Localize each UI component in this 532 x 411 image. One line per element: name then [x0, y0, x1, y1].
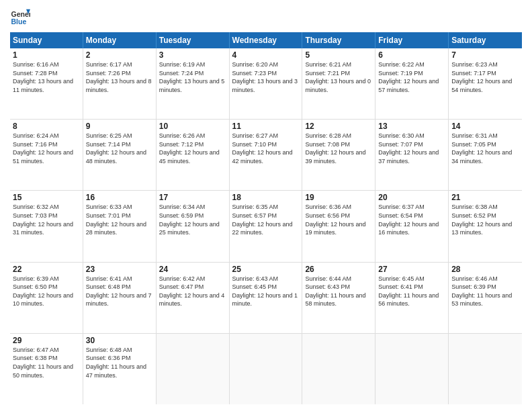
day-header-tuesday: Tuesday [157, 32, 230, 48]
day-cell-23: 23Sunrise: 6:41 AMSunset: 6:48 PMDayligh… [83, 263, 157, 333]
svg-text:Blue: Blue [11, 17, 27, 26]
day-number: 12 [305, 122, 372, 131]
day-cell-28: 28Sunrise: 6:46 AMSunset: 6:39 PMDayligh… [449, 263, 522, 333]
cell-info: Sunrise: 6:20 AMSunset: 7:23 PMDaylight:… [232, 61, 298, 93]
day-number: 22 [13, 265, 80, 274]
day-cell-9: 9Sunrise: 6:25 AMSunset: 7:14 PMDaylight… [83, 120, 157, 190]
cell-info: Sunrise: 6:41 AMSunset: 6:48 PMDaylight:… [86, 275, 152, 308]
calendar-row-2: 15Sunrise: 6:32 AMSunset: 7:03 PMDayligh… [10, 191, 522, 262]
cell-info: Sunrise: 6:43 AMSunset: 6:45 PMDaylight:… [232, 275, 298, 308]
day-number: 29 [13, 336, 80, 345]
cell-info: Sunrise: 6:24 AMSunset: 7:16 PMDaylight:… [13, 132, 73, 165]
day-cell-4: 4Sunrise: 6:20 AMSunset: 7:23 PMDaylight… [230, 48, 303, 119]
day-number: 20 [378, 193, 445, 202]
header: General Blue [10, 7, 522, 27]
day-number: 10 [159, 122, 226, 131]
day-number: 13 [378, 122, 445, 131]
day-cell-18: 18Sunrise: 6:35 AMSunset: 6:57 PMDayligh… [230, 191, 303, 261]
day-number: 16 [86, 193, 153, 202]
day-cell-5: 5Sunrise: 6:21 AMSunset: 7:21 PMDaylight… [302, 48, 375, 119]
cell-info: Sunrise: 6:22 AMSunset: 7:19 PMDaylight:… [378, 61, 439, 93]
day-number: 25 [232, 265, 300, 274]
logo: General Blue [10, 7, 30, 27]
cell-info: Sunrise: 6:42 AMSunset: 6:47 PMDaylight:… [159, 275, 225, 308]
day-cell-17: 17Sunrise: 6:34 AMSunset: 6:59 PMDayligh… [157, 191, 230, 261]
day-cell-15: 15Sunrise: 6:32 AMSunset: 7:03 PMDayligh… [10, 191, 83, 261]
cell-info: Sunrise: 6:46 AMSunset: 6:39 PMDaylight:… [451, 275, 512, 308]
cell-info: Sunrise: 6:21 AMSunset: 7:21 PMDaylight:… [305, 61, 371, 93]
day-cell-1: 1Sunrise: 6:16 AMSunset: 7:28 PMDaylight… [10, 48, 83, 119]
calendar-row-4: 29Sunrise: 6:47 AMSunset: 6:38 PMDayligh… [10, 334, 522, 404]
day-number: 27 [378, 265, 445, 274]
day-cell-26: 26Sunrise: 6:44 AMSunset: 6:43 PMDayligh… [302, 263, 375, 333]
day-cell-13: 13Sunrise: 6:30 AMSunset: 7:07 PMDayligh… [375, 120, 449, 190]
cell-info: Sunrise: 6:33 AMSunset: 7:01 PMDaylight:… [86, 203, 146, 236]
day-number: 15 [13, 193, 80, 202]
day-number: 21 [451, 193, 519, 202]
cell-info: Sunrise: 6:37 AMSunset: 6:54 PMDaylight:… [378, 203, 439, 236]
cell-info: Sunrise: 6:28 AMSunset: 7:08 PMDaylight:… [305, 132, 365, 165]
day-cell-25: 25Sunrise: 6:43 AMSunset: 6:45 PMDayligh… [230, 263, 303, 333]
calendar-row-3: 22Sunrise: 6:39 AMSunset: 6:50 PMDayligh… [10, 263, 522, 334]
day-cell-empty [449, 334, 522, 404]
day-header-saturday: Saturday [449, 32, 522, 48]
day-number: 28 [451, 265, 519, 274]
calendar-row-1: 8Sunrise: 6:24 AMSunset: 7:16 PMDaylight… [10, 120, 522, 191]
day-number: 24 [159, 265, 226, 274]
day-number: 14 [451, 122, 519, 131]
day-cell-29: 29Sunrise: 6:47 AMSunset: 6:38 PMDayligh… [10, 334, 83, 404]
day-number: 1 [13, 50, 80, 60]
day-cell-22: 22Sunrise: 6:39 AMSunset: 6:50 PMDayligh… [10, 263, 83, 333]
day-cell-19: 19Sunrise: 6:36 AMSunset: 6:56 PMDayligh… [302, 191, 375, 261]
day-number: 7 [451, 50, 519, 60]
day-number: 30 [86, 336, 153, 345]
day-cell-14: 14Sunrise: 6:31 AMSunset: 7:05 PMDayligh… [449, 120, 522, 190]
day-header-thursday: Thursday [302, 32, 375, 48]
cell-info: Sunrise: 6:16 AMSunset: 7:28 PMDaylight:… [13, 61, 73, 93]
day-number: 9 [86, 122, 153, 131]
cell-info: Sunrise: 6:19 AMSunset: 7:24 PMDaylight:… [159, 61, 225, 93]
day-number: 18 [232, 193, 300, 202]
day-header-sunday: Sunday [10, 32, 83, 48]
day-number: 19 [305, 193, 372, 202]
day-number: 5 [305, 50, 372, 60]
day-number: 8 [13, 122, 80, 131]
day-number: 6 [378, 50, 445, 60]
cell-info: Sunrise: 6:25 AMSunset: 7:14 PMDaylight:… [86, 132, 146, 165]
cell-info: Sunrise: 6:45 AMSunset: 6:41 PMDaylight:… [378, 275, 439, 308]
calendar-row-0: 1Sunrise: 6:16 AMSunset: 7:28 PMDaylight… [10, 48, 522, 120]
day-cell-11: 11Sunrise: 6:27 AMSunset: 7:10 PMDayligh… [230, 120, 303, 190]
cell-info: Sunrise: 6:27 AMSunset: 7:10 PMDaylight:… [232, 132, 293, 165]
day-number: 17 [159, 193, 226, 202]
day-number: 3 [159, 50, 226, 60]
day-cell-10: 10Sunrise: 6:26 AMSunset: 7:12 PMDayligh… [157, 120, 230, 190]
day-cell-7: 7Sunrise: 6:23 AMSunset: 7:17 PMDaylight… [449, 48, 522, 119]
page: General Blue SundayMondayTuesdayWednesda… [0, 0, 532, 411]
cell-info: Sunrise: 6:36 AMSunset: 6:56 PMDaylight:… [305, 203, 365, 236]
cell-info: Sunrise: 6:35 AMSunset: 6:57 PMDaylight:… [232, 203, 293, 236]
logo-icon: General Blue [10, 7, 30, 27]
cell-info: Sunrise: 6:30 AMSunset: 7:07 PMDaylight:… [378, 132, 439, 165]
cell-info: Sunrise: 6:32 AMSunset: 7:03 PMDaylight:… [13, 203, 73, 236]
calendar-body: 1Sunrise: 6:16 AMSunset: 7:28 PMDaylight… [10, 48, 522, 404]
day-cell-empty [302, 334, 375, 404]
cell-info: Sunrise: 6:48 AMSunset: 6:36 PMDaylight:… [86, 347, 146, 379]
day-header-friday: Friday [375, 32, 449, 48]
day-cell-16: 16Sunrise: 6:33 AMSunset: 7:01 PMDayligh… [83, 191, 157, 261]
day-number: 11 [232, 122, 300, 131]
day-number: 4 [232, 50, 300, 60]
day-cell-20: 20Sunrise: 6:37 AMSunset: 6:54 PMDayligh… [375, 191, 449, 261]
cell-info: Sunrise: 6:26 AMSunset: 7:12 PMDaylight:… [159, 132, 220, 165]
day-cell-3: 3Sunrise: 6:19 AMSunset: 7:24 PMDaylight… [157, 48, 230, 119]
day-cell-6: 6Sunrise: 6:22 AMSunset: 7:19 PMDaylight… [375, 48, 449, 119]
day-cell-30: 30Sunrise: 6:48 AMSunset: 6:36 PMDayligh… [83, 334, 157, 404]
day-cell-empty [230, 334, 303, 404]
cell-info: Sunrise: 6:38 AMSunset: 6:52 PMDaylight:… [451, 203, 512, 236]
cell-info: Sunrise: 6:34 AMSunset: 6:59 PMDaylight:… [159, 203, 220, 236]
cell-info: Sunrise: 6:44 AMSunset: 6:43 PMDaylight:… [305, 275, 365, 308]
calendar: SundayMondayTuesdayWednesdayThursdayFrid… [10, 32, 522, 404]
cell-info: Sunrise: 6:31 AMSunset: 7:05 PMDaylight:… [451, 132, 512, 165]
day-cell-27: 27Sunrise: 6:45 AMSunset: 6:41 PMDayligh… [375, 263, 449, 333]
calendar-header: SundayMondayTuesdayWednesdayThursdayFrid… [10, 32, 522, 48]
day-cell-empty [375, 334, 449, 404]
